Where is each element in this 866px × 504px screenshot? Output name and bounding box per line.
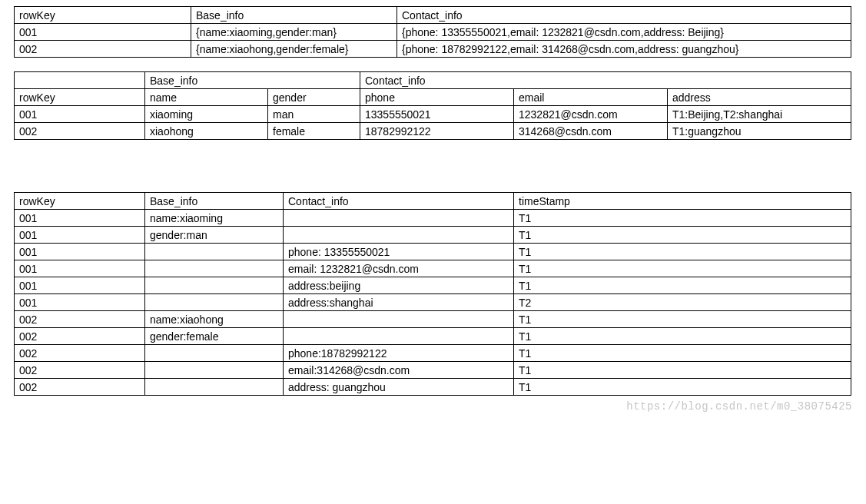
cell: 18782992122 — [360, 123, 514, 140]
cell: 002 — [15, 362, 145, 379]
cell — [145, 260, 284, 277]
cell: email: 1232821@csdn.com — [284, 260, 514, 277]
table-row: 002 gender:female T1 — [15, 328, 851, 345]
cell: T1 — [514, 227, 851, 244]
cell: 002 — [15, 41, 191, 58]
header-cell: rowKey — [15, 193, 145, 210]
table-row: 001 name:xiaoming T1 — [15, 210, 851, 227]
cell: T1 — [514, 277, 851, 294]
cell: {name:xiaohong,gender:female} — [191, 41, 397, 58]
cell: T1 — [514, 260, 851, 277]
cell: phone:18782992122 — [284, 345, 514, 362]
table-row: rowKey Base_info Contact_info — [15, 7, 851, 24]
cell: gender:man — [145, 227, 284, 244]
table-expanded-columns: Base_info Contact_info rowKey name gende… — [14, 71, 851, 140]
cell: name:xiaoming — [145, 210, 284, 227]
header-cell: Contact_info — [284, 193, 514, 210]
table-row: 001 {name:xiaoming,gender:man} {phone: 1… — [15, 24, 851, 41]
cell: T1:guangzhou — [668, 123, 851, 140]
cell: T1 — [514, 244, 851, 260]
cell: address:shanghai — [284, 294, 514, 311]
cell: name:xiaohong — [145, 311, 284, 328]
cell: 1232821@csdn.com — [514, 106, 668, 123]
cell: T1 — [514, 210, 851, 227]
cell: T1:Beijing,T2:shanghai — [668, 106, 851, 123]
subheader-cell: rowKey — [15, 89, 145, 106]
cell: {name:xiaoming,gender:man} — [191, 24, 397, 41]
cell: 001 — [15, 24, 191, 41]
cell: email:314268@csdn.com — [284, 362, 514, 379]
subheader-cell: email — [514, 89, 668, 106]
cell: {phone: 13355550021,email: 1232821@csdn.… — [397, 24, 851, 41]
cell — [284, 210, 514, 227]
table-row: 002 name:xiaohong T1 — [15, 311, 851, 328]
header-cell: Base_info — [145, 193, 284, 210]
cell: 13355550021 — [360, 106, 514, 123]
header-cell: timeStamp — [514, 193, 851, 210]
table-row: 002 phone:18782992122 T1 — [15, 345, 851, 362]
cell: 001 — [15, 294, 145, 311]
cell: 001 — [15, 106, 145, 123]
cell: 001 — [15, 244, 145, 260]
cell — [145, 244, 284, 260]
table-row: 001 xiaoming man 13355550021 1232821@csd… — [15, 106, 851, 123]
cell: 002 — [15, 345, 145, 362]
subheader-cell: gender — [268, 89, 360, 106]
cell: T1 — [514, 328, 851, 345]
header-cell: Base_info — [191, 7, 397, 24]
header-cell: Base_info — [145, 72, 360, 89]
cell: T1 — [514, 379, 851, 396]
table-row: 002 email:314268@csdn.com T1 — [15, 362, 851, 379]
cell: address:beijing — [284, 277, 514, 294]
cell: xiaoming — [145, 106, 268, 123]
cell — [145, 362, 284, 379]
cell: {phone: 18782992122,email: 314268@csdn.c… — [397, 41, 851, 58]
subheader-cell: name — [145, 89, 268, 106]
table-row: rowKey Base_info Contact_info timeStamp — [15, 193, 851, 210]
cell: xiaohong — [145, 123, 268, 140]
cell: 001 — [15, 260, 145, 277]
cell: 002 — [15, 328, 145, 345]
cell: T2 — [514, 294, 851, 311]
cell — [284, 311, 514, 328]
watermark-text: https://blog.csdn.net/m0_38075425 — [626, 400, 852, 413]
cell: man — [268, 106, 360, 123]
table-row: 001 address:beijing T1 — [15, 277, 851, 294]
cell: 002 — [15, 311, 145, 328]
table-row: rowKey name gender phone email address — [15, 89, 851, 106]
cell — [145, 294, 284, 311]
header-cell: Contact_info — [397, 7, 851, 24]
table-row: 002 {name:xiaohong,gender:female} {phone… — [15, 41, 851, 58]
table-row: 001 gender:man T1 — [15, 227, 851, 244]
cell: gender:female — [145, 328, 284, 345]
cell — [145, 345, 284, 362]
table-row: 001 phone: 13355550021 T1 — [15, 244, 851, 260]
cell: female — [268, 123, 360, 140]
table-row: 002 xiaohong female 18782992122 314268@c… — [15, 123, 851, 140]
cell: 314268@csdn.com — [514, 123, 668, 140]
cell: 001 — [15, 277, 145, 294]
cell: 001 — [15, 210, 145, 227]
table-compact: rowKey Base_info Contact_info 001 {name:… — [14, 6, 851, 58]
cell — [145, 379, 284, 396]
cell: T1 — [514, 362, 851, 379]
table-row: 001 address:shanghai T2 — [15, 294, 851, 311]
cell — [284, 328, 514, 345]
table-flat-rows: rowKey Base_info Contact_info timeStamp … — [14, 192, 851, 396]
cell: 001 — [15, 227, 145, 244]
cell — [145, 277, 284, 294]
table-row: Base_info Contact_info — [15, 72, 851, 89]
subheader-cell: address — [668, 89, 851, 106]
cell: 002 — [15, 379, 145, 396]
cell: T1 — [514, 311, 851, 328]
cell: T1 — [514, 345, 851, 362]
header-cell — [15, 72, 145, 89]
table-row: 001 email: 1232821@csdn.com T1 — [15, 260, 851, 277]
cell — [284, 227, 514, 244]
header-cell: rowKey — [15, 7, 191, 24]
header-cell: Contact_info — [360, 72, 851, 89]
subheader-cell: phone — [360, 89, 514, 106]
cell: phone: 13355550021 — [284, 244, 514, 260]
table-row: 002 address: guangzhou T1 — [15, 379, 851, 396]
cell: 002 — [15, 123, 145, 140]
